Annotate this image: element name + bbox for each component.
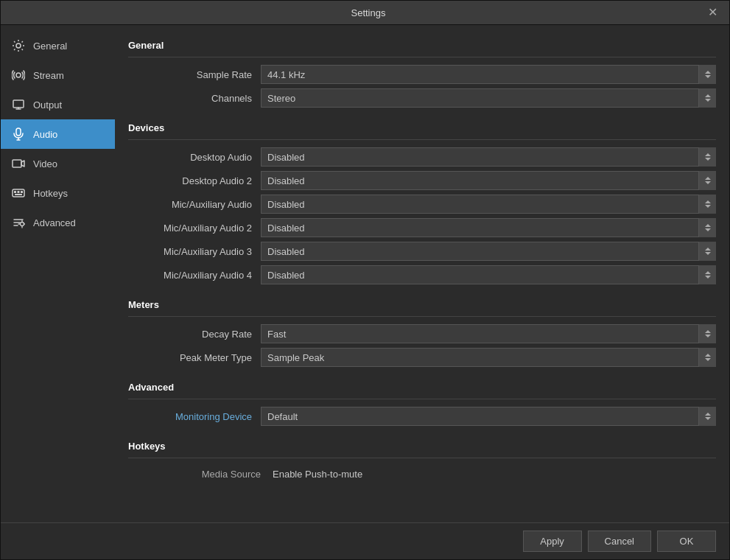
sidebar-output-label: Output [33, 99, 62, 111]
decay-rate-row: Decay Rate Fast Medium Slow [128, 324, 716, 343]
peak-meter-type-row: Peak Meter Type Sample Peak True Peak [128, 348, 716, 367]
apply-button[interactable]: Apply [523, 531, 582, 552]
svg-rect-2 [13, 100, 24, 108]
mic-aux3-row: Mic/Auxiliary Audio 3 Disabled Default [128, 242, 716, 261]
title-bar: Settings ✕ [1, 1, 729, 25]
sidebar-item-general[interactable]: General [1, 31, 115, 60]
desktop-audio-select-wrapper: Disabled Default [261, 147, 716, 167]
channels-select[interactable]: Stereo Mono 5.1 7.1 [261, 88, 716, 108]
desktop-audio2-select-wrapper: Disabled Default [261, 171, 716, 190]
devices-section-header: Devices [128, 118, 716, 140]
monitoring-device-row: Monitoring Device Default [128, 407, 716, 426]
hotkeys-section: Hotkeys Media Source Enable Push-to-mute [128, 436, 716, 483]
mic-aux-row: Mic/Auxiliary Audio Disabled Default [128, 195, 716, 214]
sidebar-item-hotkeys[interactable]: Hotkeys [1, 178, 115, 208]
sidebar-item-output[interactable]: Output [1, 90, 115, 119]
channels-select-wrapper: Stereo Mono 5.1 7.1 [261, 88, 716, 108]
media-source-row: Media Source Enable Push-to-mute [128, 466, 716, 483]
dialog-title: Settings [32, 7, 705, 18]
media-source-label: Media Source [128, 469, 261, 480]
mic-aux3-select-wrapper: Disabled Default [261, 242, 716, 261]
meters-section: Meters Decay Rate Fast Medium Slow [128, 295, 716, 367]
cancel-button[interactable]: Cancel [588, 531, 651, 552]
desktop-audio-select[interactable]: Disabled Default [261, 147, 716, 167]
main-inner: General Sample Rate 44.1 kHz 48 kHz 96 k… [115, 25, 729, 503]
advanced-section: Advanced Monitoring Device Default [128, 377, 716, 426]
sidebar-video-label: Video [33, 158, 57, 169]
mic-aux-select-wrapper: Disabled Default [261, 195, 716, 214]
sample-rate-row: Sample Rate 44.1 kHz 48 kHz 96 kHz [128, 65, 716, 84]
video-icon [11, 156, 26, 171]
main-panel: General Sample Rate 44.1 kHz 48 kHz 96 k… [115, 25, 729, 522]
settings-dialog: Settings ✕ General [0, 0, 730, 560]
svg-point-0 [16, 43, 21, 48]
peak-meter-type-label: Peak Meter Type [128, 352, 261, 363]
svg-rect-4 [13, 160, 21, 167]
mic-aux2-row: Mic/Auxiliary Audio 2 Disabled Default [128, 218, 716, 237]
mic-aux4-select-wrapper: Disabled Default [261, 265, 716, 284]
sample-rate-select[interactable]: 44.1 kHz 48 kHz 96 kHz [261, 65, 716, 84]
general-section: General Sample Rate 44.1 kHz 48 kHz 96 k… [128, 35, 716, 108]
channels-label: Channels [128, 93, 261, 104]
sidebar-item-video[interactable]: Video [1, 149, 115, 178]
mic-aux2-label: Mic/Auxiliary Audio 2 [128, 223, 261, 234]
mic-aux2-select[interactable]: Disabled Default [261, 218, 716, 237]
svg-rect-7 [18, 191, 20, 193]
monitoring-device-select-wrapper: Default [261, 407, 716, 426]
bottom-bar: Apply Cancel OK [1, 522, 729, 559]
stream-icon [11, 68, 26, 83]
sidebar-stream-label: Stream [33, 70, 64, 81]
general-section-header: General [128, 35, 716, 57]
sidebar: General Stream [1, 25, 115, 522]
mic-aux3-select[interactable]: Disabled Default [261, 242, 716, 261]
enable-push-to-mute-label: Enable Push-to-mute [273, 469, 362, 480]
general-icon [11, 38, 26, 53]
hotkeys-icon [11, 186, 26, 200]
svg-rect-6 [14, 191, 16, 193]
decay-rate-select[interactable]: Fast Medium Slow [261, 324, 716, 343]
peak-meter-type-select[interactable]: Sample Peak True Peak [261, 348, 716, 367]
desktop-audio2-row: Desktop Audio 2 Disabled Default [128, 171, 716, 190]
svg-point-10 [21, 223, 24, 226]
mic-aux-select[interactable]: Disabled Default [261, 195, 716, 214]
hotkeys-section-header: Hotkeys [128, 436, 716, 458]
decay-rate-select-wrapper: Fast Medium Slow [261, 324, 716, 343]
content-area: General Stream [1, 25, 729, 522]
svg-rect-9 [15, 194, 22, 195]
advanced-section-header: Advanced [128, 377, 716, 399]
mic-aux4-select[interactable]: Disabled Default [261, 265, 716, 284]
sidebar-general-label: General [33, 41, 67, 52]
sidebar-audio-label: Audio [33, 129, 57, 140]
svg-point-1 [16, 73, 21, 77]
output-icon [11, 97, 26, 112]
svg-rect-3 [16, 128, 21, 136]
ok-button[interactable]: OK [657, 531, 716, 552]
desktop-audio2-select[interactable]: Disabled Default [261, 171, 716, 190]
mic-aux3-label: Mic/Auxiliary Audio 3 [128, 246, 261, 257]
svg-rect-8 [21, 191, 23, 193]
decay-rate-label: Decay Rate [128, 329, 261, 340]
desktop-audio2-label: Desktop Audio 2 [128, 175, 261, 186]
desktop-audio-label: Desktop Audio [128, 152, 261, 163]
close-button[interactable]: ✕ [705, 7, 720, 18]
sidebar-advanced-label: Advanced [33, 217, 76, 228]
sidebar-hotkeys-label: Hotkeys [33, 188, 68, 199]
sidebar-item-advanced[interactable]: Advanced [1, 208, 115, 237]
mic-aux4-row: Mic/Auxiliary Audio 4 Disabled Default [128, 265, 716, 284]
sidebar-item-audio[interactable]: Audio [1, 119, 115, 149]
channels-row: Channels Stereo Mono 5.1 7.1 [128, 88, 716, 108]
meters-section-header: Meters [128, 295, 716, 317]
monitoring-device-label: Monitoring Device [128, 411, 261, 422]
sample-rate-label: Sample Rate [128, 69, 261, 80]
mic-aux4-label: Mic/Auxiliary Audio 4 [128, 270, 261, 281]
sample-rate-select-wrapper: 44.1 kHz 48 kHz 96 kHz [261, 65, 716, 84]
desktop-audio-row: Desktop Audio Disabled Default [128, 147, 716, 167]
monitoring-device-select[interactable]: Default [261, 407, 716, 426]
advanced-icon [11, 215, 26, 230]
peak-meter-type-select-wrapper: Sample Peak True Peak [261, 348, 716, 367]
sidebar-item-stream[interactable]: Stream [1, 60, 115, 90]
mic-aux2-select-wrapper: Disabled Default [261, 218, 716, 237]
devices-section: Devices Desktop Audio Disabled Default [128, 118, 716, 284]
audio-icon [11, 127, 26, 141]
mic-aux-label: Mic/Auxiliary Audio [128, 199, 261, 210]
